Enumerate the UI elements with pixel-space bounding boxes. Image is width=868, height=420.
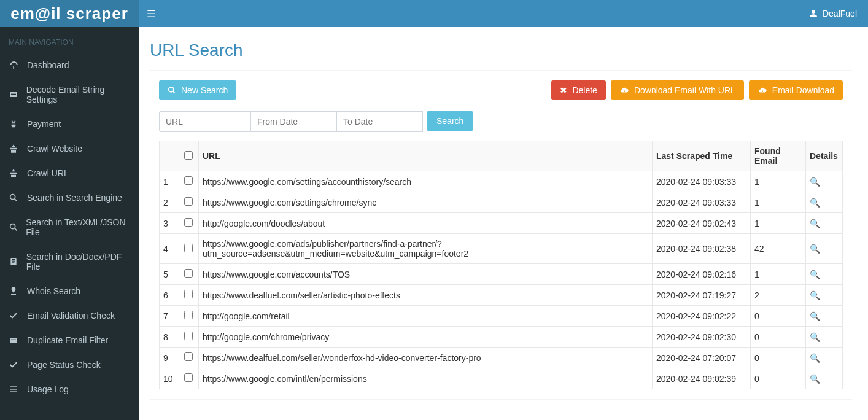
details-icon[interactable]: 🔍 xyxy=(810,219,820,228)
row-checkbox[interactable] xyxy=(184,197,193,206)
sidebar-item-label: Whois Search xyxy=(27,286,80,296)
table-row: 2https://www.google.com/settings/chrome/… xyxy=(160,192,843,213)
table-row: 5https://www.google.com/accounts/TOS2020… xyxy=(160,264,843,285)
sidebar-item-label: Duplicate Email Filter xyxy=(27,335,108,345)
user-menu[interactable]: DealFuel xyxy=(809,9,868,18)
row-time: 2020-02-24 07:19:27 xyxy=(653,285,751,306)
nav-icon xyxy=(9,144,20,154)
row-checkbox[interactable] xyxy=(184,373,193,382)
download-email-with-url-button[interactable]: Download Email With URL xyxy=(611,80,744,100)
sidebar-item-label: Crawl Website xyxy=(27,144,82,154)
svg-rect-7 xyxy=(12,259,15,260)
search-button[interactable]: Search xyxy=(427,111,473,131)
row-time: 2020-02-24 09:02:39 xyxy=(653,368,751,389)
sidebar-header: MAIN NAVIGATION xyxy=(0,32,139,53)
details-icon[interactable]: 🔍 xyxy=(810,353,820,363)
sidebar-item-page-status-check[interactable]: Page Status Check xyxy=(0,352,139,377)
sidebar-item-payment[interactable]: Payment xyxy=(0,112,139,136)
row-checkbox[interactable] xyxy=(184,311,193,319)
url-filter-input[interactable] xyxy=(159,111,251,132)
top-header: em@il scraper ☰ DealFuel xyxy=(0,0,868,27)
nav-icon xyxy=(9,335,20,345)
row-url: https://www.google.com/accounts/TOS xyxy=(199,264,653,285)
brand-logo[interactable]: em@il scraper xyxy=(0,0,139,27)
delete-button[interactable]: ✖ Delete xyxy=(551,80,605,100)
row-number: 1 xyxy=(160,171,180,192)
row-number: 3 xyxy=(160,213,180,234)
row-checkbox[interactable] xyxy=(184,218,193,227)
search-icon xyxy=(168,86,176,95)
user-icon xyxy=(809,9,818,18)
row-found-email: 0 xyxy=(751,368,806,389)
row-found-email: 1 xyxy=(751,192,806,213)
details-icon[interactable]: 🔍 xyxy=(810,374,820,384)
details-icon[interactable]: 🔍 xyxy=(810,311,820,321)
svg-point-16 xyxy=(169,87,174,92)
col-header-last-scraped[interactable]: Last Scraped Time xyxy=(653,141,751,171)
row-checkbox[interactable] xyxy=(184,176,193,185)
svg-line-3 xyxy=(15,199,17,201)
from-date-input[interactable] xyxy=(251,111,337,132)
sidebar-item-label: Payment xyxy=(27,119,61,129)
row-number: 7 xyxy=(160,306,180,327)
nav-icon xyxy=(9,360,20,370)
svg-rect-13 xyxy=(10,386,17,387)
row-checkbox[interactable] xyxy=(184,269,193,278)
row-url: https://www.dealfuel.com/seller/artistic… xyxy=(199,285,653,306)
table-row: 7http://google.com/retail2020-02-24 09:0… xyxy=(160,306,843,327)
details-icon[interactable]: 🔍 xyxy=(810,177,820,187)
sidebar-item-search-in-text-xml-json-file[interactable]: Search in Text/XML/JSON File xyxy=(0,210,139,244)
col-header-number xyxy=(160,141,180,171)
row-checkbox[interactable] xyxy=(184,290,193,298)
row-found-email: 0 xyxy=(751,306,806,327)
row-found-email: 42 xyxy=(751,234,806,264)
menu-toggle-button[interactable]: ☰ xyxy=(139,8,163,20)
email-download-label: Email Download xyxy=(772,85,834,95)
svg-line-5 xyxy=(15,228,17,231)
sidebar-item-label: Decode Email String Settings xyxy=(26,85,130,104)
nav-icon xyxy=(9,60,20,70)
table-row: 8http://google.com/chrome/privacy2020-02… xyxy=(160,327,843,348)
sidebar-item-usage-log[interactable]: Usage Log xyxy=(0,377,139,402)
row-checkbox[interactable] xyxy=(184,352,193,361)
cloud-download-icon xyxy=(619,86,629,95)
row-url: https://www.google.com/settings/chrome/s… xyxy=(199,192,653,213)
col-header-details[interactable]: Details xyxy=(806,141,843,171)
new-search-button[interactable]: New Search xyxy=(159,80,236,100)
row-checkbox[interactable] xyxy=(184,244,193,252)
sidebar-item-dashboard[interactable]: Dashboard xyxy=(0,53,139,77)
row-checkbox[interactable] xyxy=(184,332,193,340)
sidebar-item-label: Dashboard xyxy=(27,60,69,70)
select-all-checkbox[interactable] xyxy=(184,151,193,160)
sidebar-item-whois-search[interactable]: Whois Search xyxy=(0,279,139,303)
sidebar-item-duplicate-email-filter[interactable]: Duplicate Email Filter xyxy=(0,328,139,352)
sidebar-item-crawl-url[interactable]: Crawl URL xyxy=(0,161,139,185)
row-found-email: 1 xyxy=(751,264,806,285)
details-icon[interactable]: 🔍 xyxy=(810,244,820,254)
nav-icon xyxy=(9,193,20,203)
to-date-input[interactable] xyxy=(337,111,423,132)
sidebar-item-label: Usage Log xyxy=(27,384,69,394)
col-header-found-email[interactable]: Found Email xyxy=(751,141,806,171)
brand-text: em@il scraper xyxy=(10,4,128,23)
row-url: https://www.google.com/ads/publisher/par… xyxy=(199,234,653,264)
details-icon[interactable]: 🔍 xyxy=(810,270,820,279)
sidebar-item-decode-email-string-settings[interactable]: Decode Email String Settings xyxy=(0,77,139,112)
row-url: http://google.com/retail xyxy=(199,306,653,327)
sidebar-item-search-in-search-engine[interactable]: Search in Search Engine xyxy=(0,185,139,210)
svg-rect-1 xyxy=(11,94,16,95)
row-found-email: 0 xyxy=(751,348,806,368)
sidebar-item-crawl-website[interactable]: Crawl Website xyxy=(0,136,139,161)
row-url: https://www.google.com/intl/en/permissio… xyxy=(199,368,653,389)
row-time: 2020-02-24 07:20:07 xyxy=(653,348,751,368)
svg-rect-12 xyxy=(11,340,16,340)
row-number: 4 xyxy=(160,234,180,264)
email-download-button[interactable]: Email Download xyxy=(749,80,843,100)
details-icon[interactable]: 🔍 xyxy=(810,332,820,342)
sidebar-item-email-validation-check[interactable]: Email Validation Check xyxy=(0,303,139,328)
col-header-url[interactable]: URL xyxy=(199,141,653,171)
sidebar-item-search-in-doc-docx-pdf-file[interactable]: Search in Doc/Docx/PDF File xyxy=(0,244,139,279)
details-icon[interactable]: 🔍 xyxy=(810,198,820,208)
details-icon[interactable]: 🔍 xyxy=(810,290,820,300)
sidebar-item-label: Search in Doc/Docx/PDF File xyxy=(26,252,130,271)
